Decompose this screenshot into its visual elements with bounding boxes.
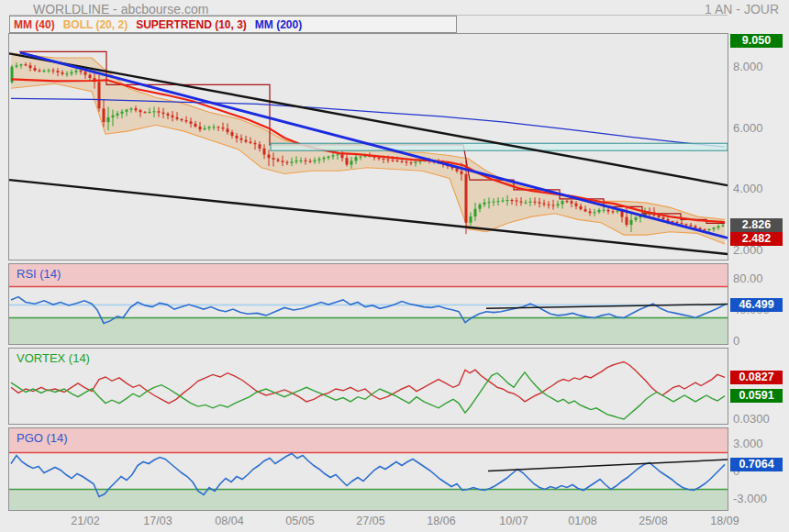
date-label: 18/06: [427, 515, 455, 527]
value-badge: 2.482: [730, 232, 783, 246]
date-label: 08/04: [215, 515, 243, 527]
indicator-legend: MM (40)BOLL (20, 2)SUPERTREND (10, 3)MM …: [9, 16, 457, 33]
price-candlestick-chart[interactable]: [8, 33, 728, 260]
vortex-panel-label: VORTEX (14): [17, 351, 90, 365]
legend-item-mm-40-[interactable]: MM (40): [14, 18, 55, 31]
date-label: 25/08: [639, 515, 667, 527]
vortex-chart[interactable]: [8, 348, 728, 425]
value-badge: 2.826: [730, 218, 783, 232]
axis-tick-label: 80.00: [733, 272, 763, 285]
axis-tick-label: 3.000: [733, 437, 763, 450]
value-badge: 9.050: [730, 34, 783, 48]
legend-item-supertrend-10-3-[interactable]: SUPERTREND (10, 3): [136, 18, 247, 31]
axis-tick-label: -3.000: [733, 492, 767, 505]
pgo-panel-label: PGO (14): [17, 431, 68, 445]
axis-tick-label: 6.000: [733, 121, 763, 135]
legend-item-boll-20-2-[interactable]: BOLL (20, 2): [63, 18, 128, 31]
date-label: 21/02: [71, 515, 99, 527]
pgo-chart[interactable]: [8, 427, 728, 511]
date-label: 27/05: [356, 515, 384, 527]
rsi-panel-label: RSI (14): [17, 267, 61, 281]
axis-tick-label: 0.0300: [733, 412, 770, 426]
rsi-chart[interactable]: [8, 263, 728, 345]
pgo-trend-line: [488, 460, 728, 471]
value-badge: 46.499: [730, 298, 783, 312]
value-badge: 0.0591: [730, 389, 783, 403]
date-label: 18/09: [710, 515, 739, 527]
vortex-minus: [11, 372, 725, 419]
axis-tick-label: 8.000: [733, 60, 763, 73]
date-label: 17/03: [143, 515, 172, 527]
date-label: 01/08: [568, 515, 596, 527]
axis-tick-label: 4.000: [733, 182, 763, 195]
value-badge: 0.0827: [730, 371, 783, 384]
date-label: 10/07: [499, 515, 528, 527]
legend-item-mm-200-[interactable]: MM (200): [255, 18, 302, 31]
value-badge: 0.7064: [730, 458, 783, 471]
date-label: 05/05: [285, 515, 314, 527]
axis-tick-label: 0: [733, 334, 739, 348]
